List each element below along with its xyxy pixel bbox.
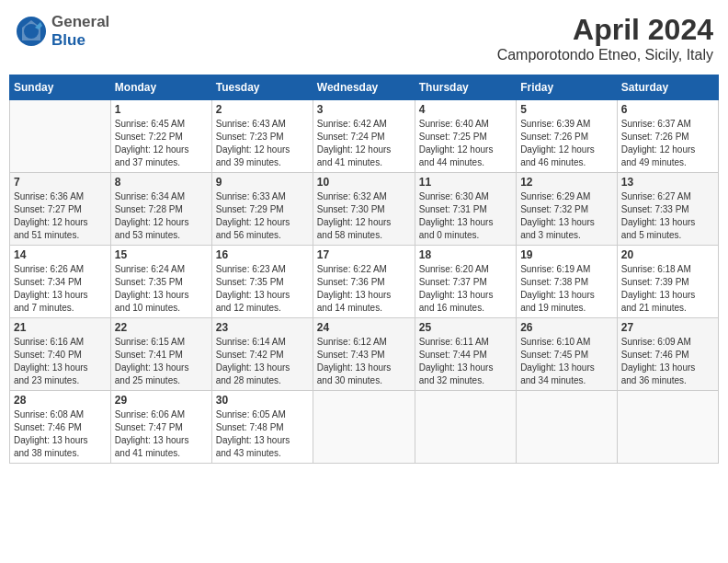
calendar-cell: 10Sunrise: 6:32 AM Sunset: 7:30 PM Dayli… [313,173,415,246]
calendar-cell: 19Sunrise: 6:19 AM Sunset: 7:38 PM Dayli… [517,246,618,318]
day-number: 7 [14,176,107,189]
day-number: 30 [216,394,309,407]
calendar-cell: 13Sunrise: 6:27 AM Sunset: 7:33 PM Dayli… [617,173,718,246]
month-title: April 2024 [497,13,713,47]
calendar-cell [313,391,415,464]
day-number: 14 [14,248,107,261]
page-header: General Blue April 2024 Camporotondo Etn… [9,9,719,67]
day-info: Sunrise: 6:19 AM Sunset: 7:38 PM Dayligh… [520,263,613,315]
day-info: Sunrise: 6:24 AM Sunset: 7:35 PM Dayligh… [115,263,208,315]
day-number: 1 [115,103,208,116]
calendar-cell: 23Sunrise: 6:14 AM Sunset: 7:42 PM Dayli… [211,318,313,391]
day-number: 16 [216,248,309,261]
day-number: 8 [115,176,208,189]
calendar-cell: 25Sunrise: 6:11 AM Sunset: 7:44 PM Dayli… [415,318,516,391]
day-info: Sunrise: 6:06 AM Sunset: 7:47 PM Dayligh… [115,408,208,460]
day-number: 12 [520,176,613,189]
calendar-cell: 1Sunrise: 6:45 AM Sunset: 7:22 PM Daylig… [110,100,211,173]
day-info: Sunrise: 6:42 AM Sunset: 7:24 PM Dayligh… [317,118,411,169]
day-number: 20 [621,248,714,261]
day-number: 25 [419,321,512,334]
day-info: Sunrise: 6:36 AM Sunset: 7:27 PM Dayligh… [14,190,107,242]
day-info: Sunrise: 6:05 AM Sunset: 7:48 PM Dayligh… [216,408,309,460]
day-number: 3 [317,103,411,116]
day-number: 19 [520,248,613,261]
weekday-header: Sunday [10,75,111,100]
weekday-header: Monday [110,75,211,100]
calendar-cell: 29Sunrise: 6:06 AM Sunset: 7:47 PM Dayli… [110,391,211,464]
calendar-week-row: 1Sunrise: 6:45 AM Sunset: 7:22 PM Daylig… [10,100,719,173]
calendar-cell: 5Sunrise: 6:39 AM Sunset: 7:26 PM Daylig… [517,100,618,173]
day-number: 6 [621,103,714,116]
day-number: 24 [317,321,411,334]
day-info: Sunrise: 6:34 AM Sunset: 7:28 PM Dayligh… [115,190,208,242]
logo-general-text: General [51,13,109,31]
calendar-cell: 18Sunrise: 6:20 AM Sunset: 7:37 PM Dayli… [415,246,516,318]
day-number: 10 [317,176,411,189]
calendar-cell: 9Sunrise: 6:33 AM Sunset: 7:29 PM Daylig… [211,173,313,246]
day-number: 11 [419,176,512,189]
day-number: 18 [419,248,512,261]
title-section: April 2024 Camporotondo Etneo, Sicily, I… [497,13,713,63]
location-text: Camporotondo Etneo, Sicily, Italy [497,47,713,63]
svg-point-2 [24,24,39,39]
day-info: Sunrise: 6:30 AM Sunset: 7:31 PM Dayligh… [419,190,512,242]
calendar-cell: 17Sunrise: 6:22 AM Sunset: 7:36 PM Dayli… [313,246,415,318]
calendar-week-row: 28Sunrise: 6:08 AM Sunset: 7:46 PM Dayli… [10,391,719,464]
calendar-cell [617,391,718,464]
weekday-header: Saturday [617,75,718,100]
calendar-cell: 15Sunrise: 6:24 AM Sunset: 7:35 PM Dayli… [110,246,211,318]
calendar-week-row: 7Sunrise: 6:36 AM Sunset: 7:27 PM Daylig… [10,173,719,246]
calendar-cell [415,391,516,464]
calendar-cell: 24Sunrise: 6:12 AM Sunset: 7:43 PM Dayli… [313,318,415,391]
day-number: 13 [621,176,714,189]
day-info: Sunrise: 6:09 AM Sunset: 7:46 PM Dayligh… [621,336,714,387]
calendar-table: SundayMondayTuesdayWednesdayThursdayFrid… [9,75,719,464]
calendar-cell: 26Sunrise: 6:10 AM Sunset: 7:45 PM Dayli… [517,318,618,391]
day-number: 26 [520,321,613,334]
calendar-cell: 6Sunrise: 6:37 AM Sunset: 7:26 PM Daylig… [617,100,718,173]
weekday-header: Tuesday [211,75,313,100]
day-number: 22 [115,321,208,334]
day-info: Sunrise: 6:27 AM Sunset: 7:33 PM Dayligh… [621,190,714,242]
weekday-header: Wednesday [313,75,415,100]
day-info: Sunrise: 6:08 AM Sunset: 7:46 PM Dayligh… [14,408,107,460]
day-info: Sunrise: 6:18 AM Sunset: 7:39 PM Dayligh… [621,263,714,315]
calendar-cell: 2Sunrise: 6:43 AM Sunset: 7:23 PM Daylig… [211,100,313,173]
calendar-cell [10,100,111,173]
day-info: Sunrise: 6:16 AM Sunset: 7:40 PM Dayligh… [14,336,107,387]
day-number: 17 [317,248,411,261]
weekday-header-row: SundayMondayTuesdayWednesdayThursdayFrid… [10,75,719,100]
logo-icon [15,15,48,48]
day-number: 2 [216,103,309,116]
calendar-cell: 22Sunrise: 6:15 AM Sunset: 7:41 PM Dayli… [110,318,211,391]
calendar-week-row: 21Sunrise: 6:16 AM Sunset: 7:40 PM Dayli… [10,318,719,391]
day-info: Sunrise: 6:22 AM Sunset: 7:36 PM Dayligh… [317,263,411,315]
logo-blue-text: Blue [51,31,109,50]
logo: General Blue [15,13,109,50]
day-info: Sunrise: 6:26 AM Sunset: 7:34 PM Dayligh… [14,263,107,315]
day-info: Sunrise: 6:32 AM Sunset: 7:30 PM Dayligh… [317,190,411,242]
day-number: 4 [419,103,512,116]
calendar-cell: 12Sunrise: 6:29 AM Sunset: 7:32 PM Dayli… [517,173,618,246]
day-number: 29 [115,394,208,407]
calendar-cell: 7Sunrise: 6:36 AM Sunset: 7:27 PM Daylig… [10,173,111,246]
day-info: Sunrise: 6:43 AM Sunset: 7:23 PM Dayligh… [216,118,309,169]
day-info: Sunrise: 6:10 AM Sunset: 7:45 PM Dayligh… [520,336,613,387]
day-number: 9 [216,176,309,189]
day-info: Sunrise: 6:39 AM Sunset: 7:26 PM Dayligh… [520,118,613,169]
logo-text: General Blue [51,13,109,50]
calendar-cell: 27Sunrise: 6:09 AM Sunset: 7:46 PM Dayli… [617,318,718,391]
calendar-cell: 20Sunrise: 6:18 AM Sunset: 7:39 PM Dayli… [617,246,718,318]
day-info: Sunrise: 6:11 AM Sunset: 7:44 PM Dayligh… [419,336,512,387]
calendar-cell: 3Sunrise: 6:42 AM Sunset: 7:24 PM Daylig… [313,100,415,173]
day-info: Sunrise: 6:45 AM Sunset: 7:22 PM Dayligh… [115,118,208,169]
day-number: 23 [216,321,309,334]
calendar-cell: 28Sunrise: 6:08 AM Sunset: 7:46 PM Dayli… [10,391,111,464]
weekday-header: Thursday [415,75,516,100]
day-info: Sunrise: 6:37 AM Sunset: 7:26 PM Dayligh… [621,118,714,169]
day-info: Sunrise: 6:20 AM Sunset: 7:37 PM Dayligh… [419,263,512,315]
calendar-cell: 14Sunrise: 6:26 AM Sunset: 7:34 PM Dayli… [10,246,111,318]
day-number: 27 [621,321,714,334]
day-number: 21 [14,321,107,334]
